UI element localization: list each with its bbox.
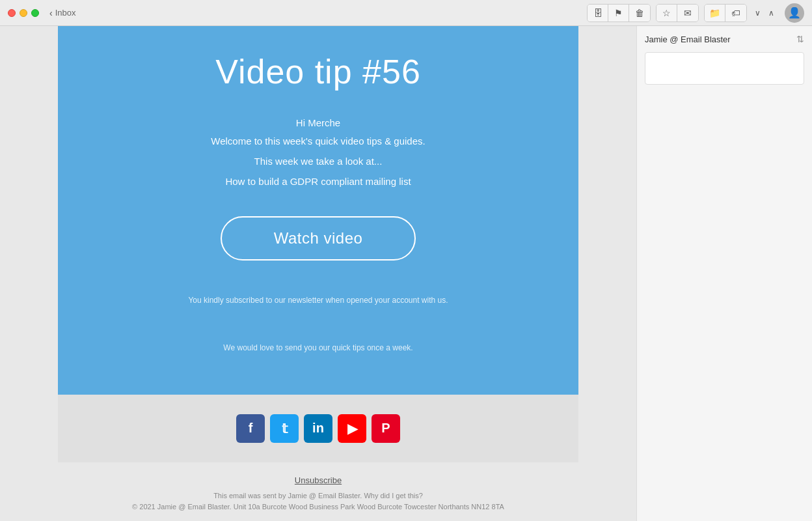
email-wrapper: Video tip #56 Hi Merche Welcome to this …: [58, 26, 578, 521]
reply-icon[interactable]: ✉: [677, 5, 698, 21]
facebook-icon[interactable]: f: [236, 414, 265, 443]
watch-video-button[interactable]: Watch video: [221, 216, 416, 260]
close-button[interactable]: [8, 9, 16, 17]
nav-down-icon[interactable]: ∨: [752, 7, 763, 19]
watch-button-wrapper: Watch video: [97, 216, 539, 260]
email-line3: How to build a GDPR compliant mailing li…: [97, 173, 539, 190]
youtube-symbol: ▶: [347, 421, 357, 436]
star-group: ☆ ✉: [656, 4, 699, 22]
maximize-button[interactable]: [31, 9, 39, 17]
star-icon[interactable]: ☆: [656, 5, 677, 21]
folder-group: 📁 🏷: [704, 4, 747, 22]
social-icons: f 𝕥 in ▶ P: [97, 414, 539, 443]
flag-icon[interactable]: ⚑: [608, 5, 629, 21]
pinterest-letter: P: [381, 421, 390, 436]
twitter-icon[interactable]: 𝕥: [270, 414, 299, 443]
back-chevron-icon: ‹: [49, 8, 53, 18]
unsubscribe-link[interactable]: Unsubscribe: [97, 475, 539, 485]
sender-name: Jamie @ Email Blaster: [645, 35, 731, 44]
email-line2: This week we take a look at...: [97, 152, 539, 170]
folder-icon[interactable]: 📁: [705, 5, 725, 21]
footer-legal-line1: This email was sent by Jamie @ Email Bla…: [97, 490, 539, 502]
pinterest-icon[interactable]: P: [372, 414, 400, 443]
email-pane: Video tip #56 Hi Merche Welcome to this …: [0, 26, 636, 521]
sender-row: Jamie @ Email Blaster ⇅: [645, 34, 804, 44]
linkedin-letter: in: [312, 421, 324, 436]
main-area: Video tip #56 Hi Merche Welcome to this …: [0, 26, 812, 521]
sender-expand-icon[interactable]: ⇅: [796, 34, 804, 44]
inbox-label: Inbox: [55, 8, 76, 18]
why-did-i-get-this-link[interactable]: Why did I get this?: [364, 492, 423, 500]
back-button[interactable]: ‹ Inbox: [49, 8, 75, 18]
titlebar: ‹ Inbox 🗄 ⚑ 🗑 ☆ ✉ 📁 🏷 ∨ ∧ 👤: [0, 0, 812, 26]
email-header: Video tip #56 Hi Merche Welcome to this …: [58, 26, 578, 395]
email-line1: Welcome to this week's quick video tips …: [97, 132, 539, 150]
nav-up-icon[interactable]: ∧: [766, 7, 777, 19]
traffic-lights: [8, 9, 39, 17]
right-sidebar: Jamie @ Email Blaster ⇅: [636, 26, 812, 521]
archive-icon[interactable]: 🗄: [588, 5, 608, 21]
trash-icon[interactable]: 🗑: [629, 5, 650, 21]
social-section: f 𝕥 in ▶ P: [58, 395, 578, 462]
nav-arrows: ∨ ∧: [752, 7, 777, 19]
footer-legal-line2: © 2021 Jamie @ Email Blaster. Unit 10a B…: [97, 501, 539, 513]
user-avatar[interactable]: 👤: [785, 3, 804, 23]
minimize-button[interactable]: [20, 9, 27, 17]
email-greeting: Hi Merche: [97, 117, 539, 128]
linkedin-icon[interactable]: in: [304, 414, 332, 443]
twitter-letter: 𝕥: [282, 421, 288, 436]
email-bottom: Unsubscribe This email was sent by Jamie…: [58, 462, 578, 521]
email-footer-line1: You kindly subscribed to our newsletter …: [97, 293, 539, 308]
reply-box[interactable]: [645, 52, 804, 85]
tag-icon[interactable]: 🏷: [725, 5, 746, 21]
legal-text1: This email was sent by Jamie @ Email Bla…: [213, 492, 362, 500]
archive-group: 🗄 ⚑ 🗑: [587, 4, 651, 22]
email-footer-line2: We would love to send you our quick tips…: [97, 341, 539, 356]
facebook-letter: f: [249, 421, 253, 436]
email-title: Video tip #56: [97, 52, 539, 91]
youtube-icon[interactable]: ▶: [338, 414, 366, 443]
toolbar-icons: 🗄 ⚑ 🗑 ☆ ✉ 📁 🏷 ∨ ∧ 👤: [587, 3, 804, 23]
